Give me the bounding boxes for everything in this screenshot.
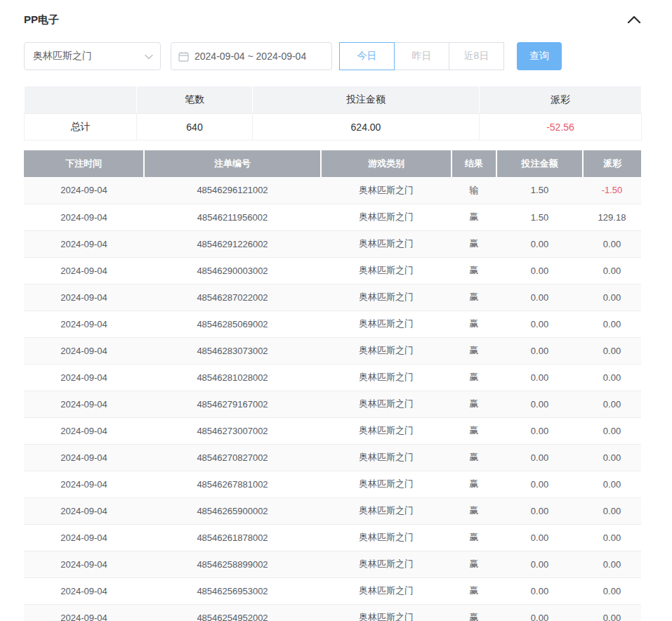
result-cell: 赢 xyxy=(452,364,496,391)
payout-cell: 0.00 xyxy=(583,524,641,551)
order-id-cell: 48546258899002 xyxy=(144,551,321,577)
order-id-cell: 48546256953002 xyxy=(144,577,321,604)
last-8-days-button[interactable]: 近8日 xyxy=(449,42,504,70)
yesterday-button[interactable]: 昨日 xyxy=(394,42,449,70)
payout-cell: 129.18 xyxy=(583,204,641,230)
payout-cell: 0.00 xyxy=(583,310,641,337)
order-id-cell: 48546285069002 xyxy=(144,310,321,337)
summary-total-label: 总计 xyxy=(25,114,137,140)
bet-time-cell: 2024-09-04 xyxy=(24,497,144,524)
bet-time-cell: 2024-09-04 xyxy=(24,391,144,417)
summary-total-count: 640 xyxy=(137,114,253,140)
bet-table-body: 2024-09-0448546296121002奥林匹斯之门输1.50-1.50… xyxy=(24,177,641,621)
result-cell: 输 xyxy=(452,177,496,204)
game-type-cell: 奥林匹斯之门 xyxy=(321,551,452,577)
bet-time-cell: 2024-09-04 xyxy=(24,177,144,204)
payout-cell: 0.00 xyxy=(583,364,641,391)
result-cell: 赢 xyxy=(452,497,496,524)
summary-total-row: 总计 640 624.00 -52.56 xyxy=(25,114,642,140)
result-cell: 赢 xyxy=(452,524,496,551)
table-row: 2024-09-0448546254952002奥林匹斯之门赢0.000.00 xyxy=(24,604,641,621)
table-row: 2024-09-0448546287022002奥林匹斯之门赢0.000.00 xyxy=(24,284,641,310)
bet-time-cell: 2024-09-04 xyxy=(24,364,144,391)
payout-cell: 0.00 xyxy=(583,337,641,364)
bet-amount-cell: 0.00 xyxy=(496,230,583,257)
result-cell: 赢 xyxy=(452,444,496,471)
payout-cell: 0.00 xyxy=(583,471,641,497)
bet-amount-cell: 0.00 xyxy=(496,417,583,444)
header-bet-time: 下注时间 xyxy=(24,150,144,177)
table-row: 2024-09-0448546265900002奥林匹斯之门赢0.000.00 xyxy=(24,497,641,524)
table-row: 2024-09-0448546256953002奥林匹斯之门赢0.000.00 xyxy=(24,577,641,604)
bet-amount-cell: 0.00 xyxy=(496,524,583,551)
bet-amount-cell: 0.00 xyxy=(496,604,583,621)
table-row: 2024-09-0448546267881002奥林匹斯之门赢0.000.00 xyxy=(24,471,641,497)
result-cell: 赢 xyxy=(452,284,496,310)
result-cell: 赢 xyxy=(452,391,496,417)
bet-amount-cell: 0.00 xyxy=(496,471,583,497)
summary-total-bet-amount: 624.00 xyxy=(253,114,480,140)
summary-header-row: 笔数 投注金额 派彩 xyxy=(25,86,642,114)
payout-cell: 0.00 xyxy=(583,391,641,417)
order-id-cell: 48546211956002 xyxy=(144,204,321,230)
table-row: 2024-09-0448546283073002奥林匹斯之门赢0.000.00 xyxy=(24,337,641,364)
summary-header-count: 笔数 xyxy=(137,86,253,114)
result-cell: 赢 xyxy=(452,604,496,621)
game-type-cell: 奥林匹斯之门 xyxy=(321,524,452,551)
table-row: 2024-09-0448546273007002奥林匹斯之门赢0.000.00 xyxy=(24,417,641,444)
game-type-cell: 奥林匹斯之门 xyxy=(321,497,452,524)
today-button[interactable]: 今日 xyxy=(339,42,395,70)
date-range-value: 2024-09-04 ~ 2024-09-04 xyxy=(195,51,306,62)
bet-amount-cell: 0.00 xyxy=(496,364,583,391)
bet-time-cell: 2024-09-04 xyxy=(24,577,144,604)
game-select[interactable]: 奥林匹斯之门 xyxy=(24,42,161,70)
bet-amount-cell: 0.00 xyxy=(496,284,583,310)
panel-header: PP电子 xyxy=(24,10,641,30)
summary-header-bet-amount: 投注金额 xyxy=(253,86,480,114)
bet-amount-cell: 0.00 xyxy=(496,497,583,524)
game-type-cell: 奥林匹斯之门 xyxy=(321,284,452,310)
order-id-cell: 48546296121002 xyxy=(144,177,321,204)
order-id-cell: 48546287022002 xyxy=(144,284,321,310)
payout-cell: 0.00 xyxy=(583,417,641,444)
pp-electronic-panel: PP电子 奥林匹斯之门 xyxy=(0,0,672,621)
bet-time-cell: 2024-09-04 xyxy=(24,471,144,497)
result-cell: 赢 xyxy=(452,310,496,337)
bet-time-cell: 2024-09-04 xyxy=(24,524,144,551)
bet-time-cell: 2024-09-04 xyxy=(24,230,144,257)
bet-time-cell: 2024-09-04 xyxy=(24,551,144,577)
header-result: 结果 xyxy=(452,150,496,177)
summary-header-payout: 派彩 xyxy=(480,86,642,114)
bet-amount-cell: 0.00 xyxy=(496,310,583,337)
bet-amount-cell: 0.00 xyxy=(496,337,583,364)
bet-time-cell: 2024-09-04 xyxy=(24,257,144,284)
bet-table: 下注时间 注单编号 游戏类别 结果 投注金额 派彩 2024-09-044854… xyxy=(24,150,641,621)
calendar-icon xyxy=(178,51,189,62)
result-cell: 赢 xyxy=(452,257,496,284)
summary-total-payout: -52.56 xyxy=(480,114,642,140)
result-cell: 赢 xyxy=(452,577,496,604)
collapse-button[interactable] xyxy=(627,15,641,24)
game-type-cell: 奥林匹斯之门 xyxy=(321,444,452,471)
order-id-cell: 48546291226002 xyxy=(144,230,321,257)
bet-amount-cell: 1.50 xyxy=(496,177,583,204)
bet-time-cell: 2024-09-04 xyxy=(24,284,144,310)
bet-amount-cell: 1.50 xyxy=(496,204,583,230)
game-type-cell: 奥林匹斯之门 xyxy=(321,391,452,417)
payout-cell: 0.00 xyxy=(583,230,641,257)
game-type-cell: 奥林匹斯之门 xyxy=(321,577,452,604)
game-select-value: 奥林匹斯之门 xyxy=(33,50,92,63)
bet-time-cell: 2024-09-04 xyxy=(24,417,144,444)
date-range-input[interactable]: 2024-09-04 ~ 2024-09-04 xyxy=(171,42,332,70)
payout-cell: 0.00 xyxy=(583,444,641,471)
header-payout: 派彩 xyxy=(583,150,641,177)
order-id-cell: 48546254952002 xyxy=(144,604,321,621)
bet-time-cell: 2024-09-04 xyxy=(24,444,144,471)
search-button[interactable]: 查询 xyxy=(517,42,562,70)
table-row: 2024-09-0448546211956002奥林匹斯之门赢1.50129.1… xyxy=(24,204,641,230)
header-bet-amount: 投注金额 xyxy=(496,150,583,177)
game-type-cell: 奥林匹斯之门 xyxy=(321,471,452,497)
bet-time-cell: 2024-09-04 xyxy=(24,204,144,230)
game-type-cell: 奥林匹斯之门 xyxy=(321,230,452,257)
header-order-id: 注单编号 xyxy=(144,150,321,177)
